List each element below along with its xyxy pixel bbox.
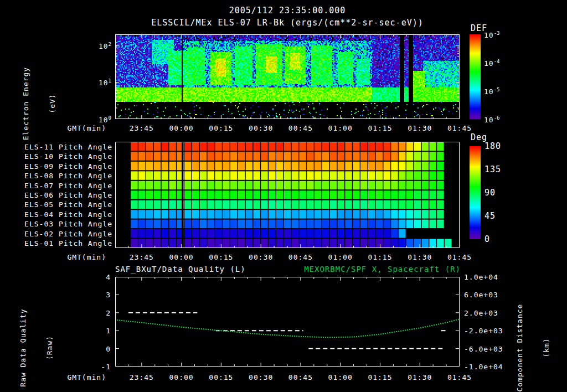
x-tick-label: 00:45 [288,253,313,261]
distance-y-tick-label: 1.0e+04 [464,273,498,281]
x-tick-label: 00:30 [249,124,273,132]
pitch-row-label: ELS-11 Pitch Angle [24,142,112,151]
x-tick-label: 01:30 [408,124,432,132]
x-tick-label: 01:15 [368,253,392,261]
distance-y-axis-title-line2: (km) [542,281,551,392]
def-colorbar [470,34,481,119]
pitch-row-label: ELS-10 Pitch Angle [24,152,112,161]
quality-y-tick-label: 3 [106,291,111,299]
quality-distance-plot [115,277,460,367]
x-tick-label: 01:15 [368,373,392,381]
def-colorbar-tick-label: 10-6 [484,114,500,124]
quality-y-tick-label: 2 [106,308,111,317]
x-tick-label: 00:30 [249,253,273,261]
def-colorbar-tick-label: 10-5 [484,86,500,96]
x-tick-label: 01:00 [328,253,353,261]
x-tick-label: 00:15 [209,124,233,132]
x-tick-label: 00:00 [169,124,194,132]
x-tick-label: 23:45 [130,373,154,381]
spectrogram-heatmap [115,34,460,119]
quality-y-axis-title-line1: Raw Data Quality [19,281,28,392]
x-tick-label: 23:45 [130,253,154,261]
x-tick-label: 00:30 [249,373,273,381]
distance-y-tick-label: -1.0e+04 [464,363,503,371]
gmt-axis-label: GMT(min) [67,373,106,381]
x-tick-label: 00:00 [169,373,194,381]
distance-y-axis-title: Component Distance (km) [498,281,567,392]
distance-y-tick-label: -2.0e+03 [464,327,503,335]
pitch-row-label: ELS-08 Pitch Angle [24,172,112,180]
x-tick-label: 01:30 [408,253,432,261]
pitch-row-label: ELS-01 Pitch Angle [24,239,112,247]
x-tick-label: 00:15 [209,373,233,381]
deg-colorbar [470,146,481,239]
quality-y-tick-label: 4 [106,273,111,281]
distance-y-tick-label: -6.0e+03 [464,344,503,353]
spectrogram-title: ELSSCIL/MEx ELS-07 LR-Bk (ergs/(cm**2-sr… [151,19,424,27]
pitch-row-label: ELS-07 Pitch Angle [24,181,112,189]
pitch-angle-heatmap [115,142,460,248]
x-tick-label: 01:30 [408,373,432,381]
page-title: 2005/112 23:35:00.000 [229,7,346,15]
quality-y-axis-title-line2: (Raw) [45,281,54,392]
x-tick-label: 01:45 [447,253,472,261]
x-tick-label: 00:45 [288,124,313,132]
energy-y-tick-label: 102 [99,40,111,50]
distance-series-title: MEXORBMC/SPF X, Spacecraft (R) [304,265,461,274]
energy-y-tick-label: 100 [99,114,111,124]
x-tick-label: 01:00 [328,124,353,132]
distance-y-tick-label: 6.0e+03 [464,291,498,299]
gmt-axis-label: GMT(min) [67,124,106,132]
deg-colorbar-tick-label: 45 [484,212,496,220]
deg-colorbar-tick-label: 90 [484,189,496,197]
x-tick-label: 01:45 [447,124,472,132]
gmt-axis-label: GMT(min) [67,253,106,261]
energy-y-tick-label: 101 [99,77,111,87]
pitch-row-label: ELS-04 Pitch Angle [24,210,112,218]
pitch-row-label: ELS-03 Pitch Angle [24,220,112,228]
x-tick-label: 23:45 [130,124,154,132]
distance-y-tick-label: 2.0e+03 [464,308,498,317]
x-tick-label: 01:45 [447,373,472,381]
quality-series-title: SAF_BXuT/Data Quality (L) [115,265,246,274]
deg-colorbar-tick-label: 180 [484,142,501,151]
distance-y-axis-title-line1: Component Distance [516,281,524,392]
science-plot-page: 2005/112 23:35:00.000 ELSSCIL/MEx ELS-07… [0,0,567,392]
pitch-row-label: ELS-02 Pitch Angle [24,229,112,238]
def-colorbar-tick-label: 10-3 [484,29,500,39]
pitch-row-label: ELS-09 Pitch Angle [24,162,112,170]
pitch-row-label: ELS-05 Pitch Angle [24,200,112,209]
deg-colorbar-tick-label: 135 [484,166,501,174]
def-colorbar-tick-label: 10-4 [484,58,500,68]
x-tick-label: 00:15 [209,253,233,261]
quality-y-tick-label: 0 [106,344,111,353]
quality-y-tick-label: 1 [106,327,111,335]
quality-y-axis-title: Raw Data Quality (Raw) [1,281,72,392]
x-tick-label: 00:00 [169,253,194,261]
x-tick-label: 01:00 [328,373,353,381]
x-tick-label: 00:45 [288,373,313,381]
x-tick-label: 01:15 [368,124,392,132]
quality-y-tick-label: -1 [101,363,111,371]
deg-colorbar-tick-label: 0 [484,235,490,244]
pitch-row-label: ELS-06 Pitch Angle [24,191,112,199]
